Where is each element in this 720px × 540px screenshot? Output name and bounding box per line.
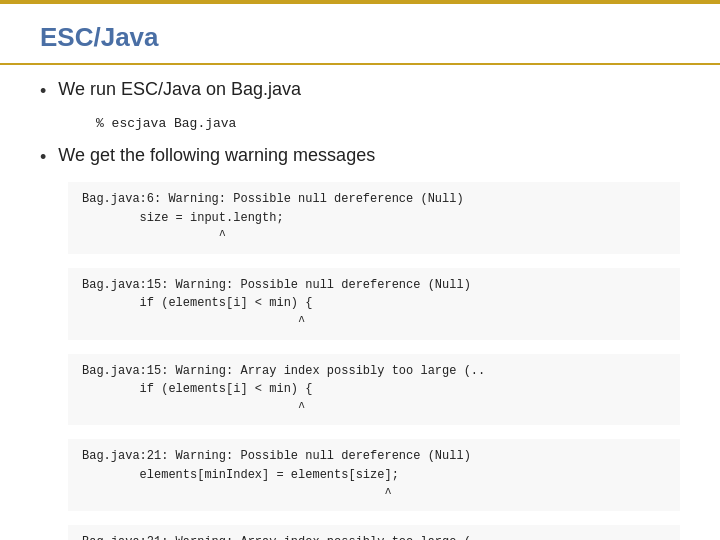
bullet-item-1: • We run ESC/Java on Bag.java xyxy=(40,79,680,102)
warning-block-3: Bag.java:15: Warning: Array index possib… xyxy=(68,354,680,426)
warning-block-5: Bag.java:21: Warning: Array index possib… xyxy=(68,525,680,540)
title-area: ESC/Java xyxy=(0,4,720,65)
bullet-dot-1: • xyxy=(40,81,46,102)
bullet-dot-2: • xyxy=(40,147,46,168)
warning-block-1: Bag.java:6: Warning: Possible null deref… xyxy=(68,182,680,254)
bullet-text-2: We get the following warning messages xyxy=(58,145,375,166)
warning-block-2: Bag.java:15: Warning: Possible null dere… xyxy=(68,268,680,340)
warning-block-4: Bag.java:21: Warning: Possible null dere… xyxy=(68,439,680,511)
bullet-item-2: • We get the following warning messages xyxy=(40,145,680,168)
command-line: % escjava Bag.java xyxy=(96,116,680,131)
content-area: • We run ESC/Java on Bag.java % escjava … xyxy=(0,79,720,540)
slide: ESC/Java • We run ESC/Java on Bag.java %… xyxy=(0,0,720,540)
bullet-text-1: We run ESC/Java on Bag.java xyxy=(58,79,301,100)
slide-title: ESC/Java xyxy=(40,22,159,52)
